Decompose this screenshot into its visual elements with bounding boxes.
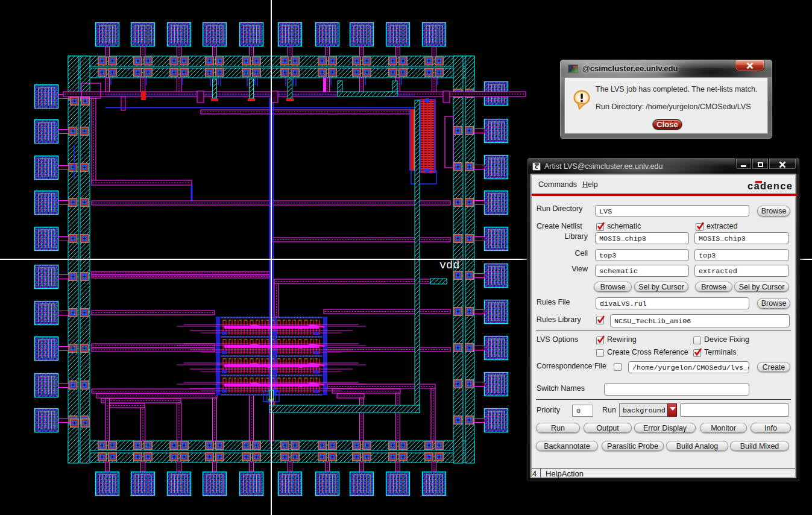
svg-text:vdd: vdd [439, 259, 459, 272]
